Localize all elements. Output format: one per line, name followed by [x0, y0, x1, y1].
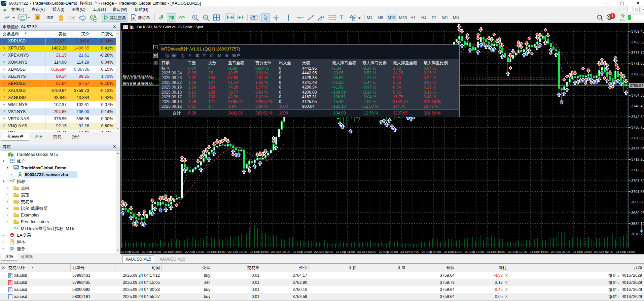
svg-text:22 Sep 12:00: 22 Sep 12:00: [207, 250, 226, 254]
svg-text:24 Sep 02:00: 24 Sep 02:00: [594, 250, 613, 254]
svg-text:23 Sep 15:00: 23 Sep 15:00: [487, 250, 506, 254]
svg-text:3713.35: 3713.35: [631, 168, 644, 172]
svg-text:3777.70: 3777.70: [631, 51, 644, 55]
svg-text:23 Sep 17:00: 23 Sep 17:00: [508, 250, 527, 254]
svg-text:3736.75: 3736.75: [631, 125, 644, 129]
svg-text:23 Sep 21:00: 23 Sep 21:00: [551, 250, 570, 254]
svg-text:3707.50: 3707.50: [631, 179, 644, 183]
svg-text:3730.90: 3730.90: [631, 136, 644, 140]
svg-text:3695.80: 3695.80: [631, 200, 644, 204]
svg-text:22 Sep 06:00: 22 Sep 06:00: [142, 250, 161, 254]
svg-text:3789.40: 3789.40: [631, 29, 644, 33]
svg-text:3754.30: 3754.30: [631, 93, 644, 97]
svg-text:22 Sep 10:00: 22 Sep 10:00: [185, 250, 204, 254]
svg-text:3689.95: 3689.95: [631, 211, 644, 215]
svg-text:3766.00: 3766.00: [631, 72, 644, 76]
svg-text:23 Sep 07:00: 23 Sep 07:00: [400, 250, 420, 254]
svg-text:23 Sep 13:00: 23 Sep 13:00: [465, 250, 484, 254]
svg-text:22 Sep 14:00: 22 Sep 14:00: [228, 250, 247, 254]
svg-text:3725.05: 3725.05: [631, 147, 644, 151]
svg-text:24 Sep 04:00: 24 Sep 04:00: [616, 250, 635, 254]
svg-text:22 Sep 20:00: 22 Sep 20:00: [293, 250, 312, 254]
svg-text:23 Sep 23:00: 23 Sep 23:00: [573, 250, 592, 254]
svg-text:BUY 0.01 at 3759.59: BUY 0.01 at 3759.59: [123, 82, 152, 86]
svg-text:3701.65: 3701.65: [631, 190, 644, 194]
svg-text:22 Sep 18:00: 22 Sep 18:00: [271, 250, 290, 254]
svg-text:23 Sep 09:00: 23 Sep 09:00: [422, 250, 441, 254]
svg-text:3771.85: 3771.85: [631, 61, 644, 65]
svg-text:3748.45: 3748.45: [631, 104, 644, 108]
svg-text:3678.25: 3678.25: [631, 232, 644, 236]
svg-text:3684.10: 3684.10: [631, 222, 644, 226]
svg-text:23 Sep 03:00: 23 Sep 03:00: [357, 250, 377, 254]
svg-text:LVL: LVL: [620, 18, 625, 22]
svg-text:3783.55: 3783.55: [631, 40, 644, 44]
svg-text:3719.20: 3719.20: [631, 157, 644, 161]
svg-text:SELL 0.01 at 3762.90: SELL 0.01 at 3762.90: [123, 76, 154, 80]
svg-text:22 Sep 22:00: 22 Sep 22:00: [314, 250, 333, 254]
svg-text:23 Sep 11:00: 23 Sep 11:00: [443, 250, 462, 254]
svg-text:XAUUSD, M15: Gold vs US Dolla: XAUUSD, M15: Gold vs US Dollar / Spot: [136, 25, 203, 29]
svg-text:3742.60: 3742.60: [631, 115, 644, 119]
svg-text:23 Sep 01:00: 23 Sep 01:00: [336, 250, 355, 254]
svg-text:22 Sep 2025: 22 Sep 2025: [121, 250, 139, 254]
svg-text:22 Sep 16:00: 22 Sep 16:00: [250, 250, 269, 254]
svg-text:22 Sep 08:00: 22 Sep 08:00: [164, 250, 183, 254]
svg-text:23 Sep 05:00: 23 Sep 05:00: [379, 250, 398, 254]
svg-text:3759.64: 3759.64: [630, 83, 643, 88]
svg-text:23 Sep 19:00: 23 Sep 19:00: [530, 250, 549, 254]
